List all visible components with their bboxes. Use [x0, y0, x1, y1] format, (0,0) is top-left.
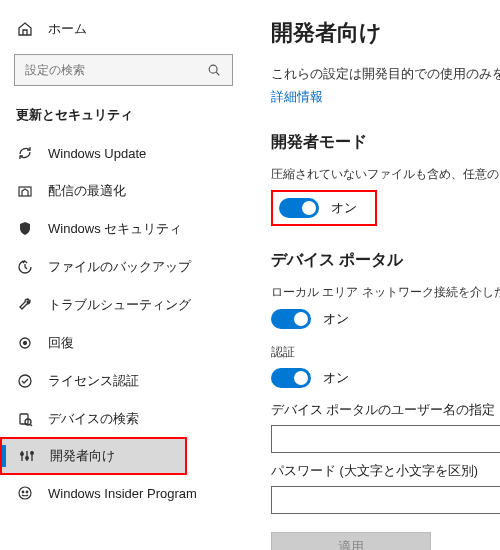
svg-line-8 — [30, 424, 32, 426]
search-input[interactable] — [14, 54, 233, 86]
sidebar-item-insider[interactable]: Windows Insider Program — [0, 474, 247, 512]
remote-diag-toggle[interactable] — [271, 309, 311, 329]
delivery-icon — [16, 182, 34, 200]
svg-point-0 — [209, 65, 217, 73]
svg-point-5 — [19, 375, 31, 387]
sidebar-item-backup[interactable]: ファイルのバックアップ — [0, 248, 247, 286]
developer-icon — [18, 447, 36, 465]
remote-diag-label: ローカル エリア ネットワーク接続を介したリモート診断 — [271, 283, 500, 302]
sidebar-item-label: Windows Insider Program — [48, 486, 197, 501]
home-label: ホーム — [48, 20, 87, 38]
auth-toggle-label: オン — [323, 369, 349, 387]
find-device-icon — [16, 410, 34, 428]
shield-icon — [16, 220, 34, 238]
svg-line-1 — [216, 72, 219, 75]
dev-mode-description: 圧縮されていないファイルも含め、任意のソースからのす。 — [271, 165, 500, 184]
sidebar-item-label: 回復 — [48, 334, 74, 352]
svg-point-11 — [31, 452, 34, 455]
password-label: パスワード (大文字と小文字を区別) — [271, 463, 500, 480]
dev-mode-heading: 開発者モード — [271, 132, 500, 153]
sidebar-item-label: トラブルシューティング — [48, 296, 191, 314]
dev-mode-toggle[interactable] — [279, 198, 319, 218]
main-content: 開発者向け これらの設定は開発目的での使用のみを意図してい 詳細情報 開発者モー… — [247, 0, 500, 550]
svg-point-12 — [19, 487, 31, 499]
troubleshoot-icon — [16, 296, 34, 314]
remote-diag-toggle-label: オン — [323, 310, 349, 328]
svg-point-9 — [21, 453, 24, 456]
recovery-icon — [16, 334, 34, 352]
sidebar-item-activation[interactable]: ライセンス認証 — [0, 362, 247, 400]
sidebar-item-label: 配信の最適化 — [48, 182, 126, 200]
sidebar-item-label: デバイスの検索 — [48, 410, 139, 428]
more-info-link[interactable]: 詳細情報 — [271, 89, 323, 106]
settings-sidebar: ホーム 更新とセキュリティ Windows Update 配信の最適化 — [0, 0, 247, 550]
svg-point-13 — [22, 491, 24, 493]
highlight-annotation: オン — [271, 190, 377, 226]
sidebar-item-find-device[interactable]: デバイスの検索 — [0, 400, 247, 438]
search-container — [0, 48, 247, 96]
sidebar-item-label: ファイルのバックアップ — [48, 258, 191, 276]
sync-icon — [16, 144, 34, 162]
page-title: 開発者向け — [271, 18, 500, 48]
home-icon — [16, 20, 34, 38]
insider-icon — [16, 484, 34, 502]
svg-point-14 — [26, 491, 28, 493]
sidebar-item-label: ライセンス認証 — [48, 372, 139, 390]
sidebar-item-security[interactable]: Windows セキュリティ — [0, 210, 247, 248]
svg-point-10 — [26, 457, 29, 460]
apply-button[interactable]: 適用 — [271, 532, 431, 550]
sidebar-item-developers[interactable]: 開発者向け — [0, 437, 187, 475]
device-portal-heading: デバイス ポータル — [271, 250, 500, 271]
section-title: 更新とセキュリティ — [0, 96, 247, 134]
sidebar-item-recovery[interactable]: 回復 — [0, 324, 247, 362]
page-description: これらの設定は開発目的での使用のみを意図してい — [271, 64, 500, 85]
sidebar-item-delivery[interactable]: 配信の最適化 — [0, 172, 247, 210]
sidebar-item-troubleshoot[interactable]: トラブルシューティング — [0, 286, 247, 324]
dev-mode-toggle-label: オン — [331, 199, 357, 217]
username-input[interactable] — [271, 425, 500, 453]
sidebar-item-label: 開発者向け — [50, 447, 115, 465]
activation-icon — [16, 372, 34, 390]
sidebar-item-windows-update[interactable]: Windows Update — [0, 134, 247, 172]
auth-label: 認証 — [271, 343, 500, 362]
svg-point-4 — [24, 342, 27, 345]
backup-icon — [16, 258, 34, 276]
sidebar-item-label: Windows セキュリティ — [48, 220, 182, 238]
username-label: デバイス ポータルのユーザー名の指定 — [271, 402, 500, 419]
auth-toggle[interactable] — [271, 368, 311, 388]
password-input[interactable] — [271, 486, 500, 514]
home-nav[interactable]: ホーム — [0, 10, 247, 48]
sidebar-item-label: Windows Update — [48, 146, 146, 161]
search-icon — [205, 61, 223, 79]
